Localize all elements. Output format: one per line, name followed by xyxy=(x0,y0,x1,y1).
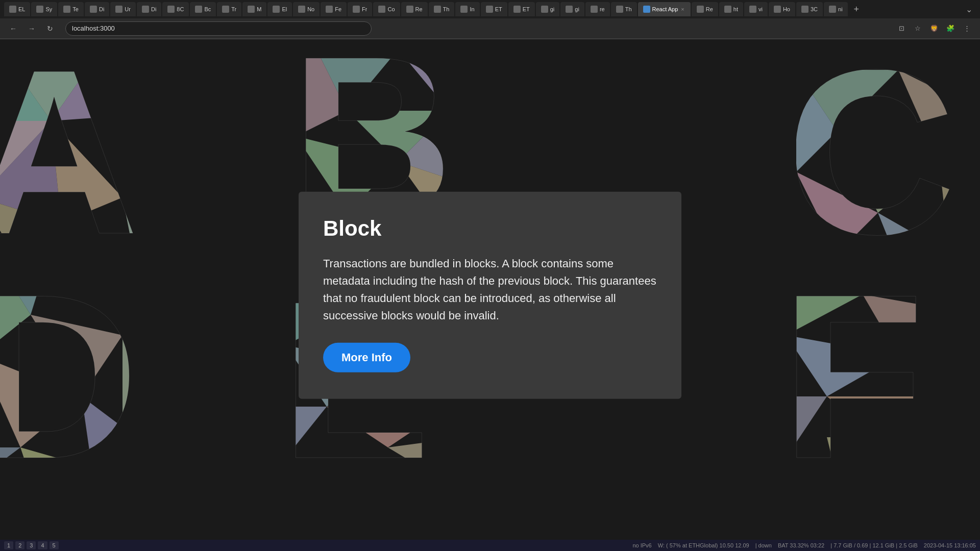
cast-icon[interactable]: ⊡ xyxy=(894,21,909,36)
extensions-icon[interactable]: 🧩 xyxy=(943,21,958,36)
tab-gi2[interactable]: gi xyxy=(560,2,584,16)
tab-label: Di xyxy=(151,6,156,12)
svg-marker-47 xyxy=(158,264,194,386)
tab-favicon xyxy=(697,6,704,13)
tab-favicon xyxy=(248,6,255,13)
svg-marker-53 xyxy=(163,325,194,427)
tab-di[interactable]: Di xyxy=(85,2,109,16)
tab-label: re xyxy=(600,6,605,12)
tab-favicon xyxy=(513,6,521,13)
tab-favicon xyxy=(774,6,781,13)
tab-et2[interactable]: ET xyxy=(508,2,535,16)
tab-bar: EL Sy Te Di Ur Di 8C Bc xyxy=(0,0,980,18)
tab-favicon xyxy=(115,6,122,13)
tab-label: React App xyxy=(652,6,678,12)
browser-chrome: EL Sy Te Di Ur Di 8C Bc xyxy=(0,0,980,39)
tab-favicon xyxy=(326,6,333,13)
tab-favicon xyxy=(378,6,385,13)
tab-favicon xyxy=(749,6,756,13)
tab-label: Th xyxy=(625,6,632,12)
tab-vi[interactable]: vi xyxy=(744,2,768,16)
tab-th2[interactable]: Th xyxy=(611,2,637,16)
tab-tr[interactable]: Tr xyxy=(217,2,241,16)
more-info-button[interactable]: More Info xyxy=(323,343,410,372)
tab-no[interactable]: No xyxy=(293,2,320,16)
info-card: Block Transactions are bundled in blocks… xyxy=(299,192,681,399)
workspace-3[interactable]: 3 xyxy=(27,541,36,549)
back-button[interactable]: ← xyxy=(6,21,20,36)
workspace-4[interactable]: 4 xyxy=(38,541,47,549)
tab-label: ni xyxy=(838,6,843,12)
workspace-2[interactable]: 2 xyxy=(15,541,24,549)
tab-8c[interactable]: 8C xyxy=(162,2,189,16)
tab-re3[interactable]: Re xyxy=(692,2,718,16)
tab-list-button[interactable]: ⌄ xyxy=(962,2,976,16)
tab-label: Re xyxy=(415,6,423,12)
forward-button[interactable]: → xyxy=(24,21,39,36)
close-icon[interactable]: × xyxy=(680,6,685,12)
tab-te[interactable]: Te xyxy=(58,2,84,16)
tab-m[interactable]: M xyxy=(242,2,266,16)
tab-favicon xyxy=(406,6,413,13)
tab-label: Bc xyxy=(204,6,211,12)
network-down: | down xyxy=(755,542,772,548)
tab-favicon xyxy=(643,6,650,13)
tab-3c[interactable]: 3C xyxy=(796,2,823,16)
tab-favicon xyxy=(591,6,598,13)
tab-favicon xyxy=(222,6,229,13)
tab-favicon xyxy=(9,6,16,13)
tab-et[interactable]: ET xyxy=(481,2,507,16)
main-content: A A xyxy=(0,39,980,551)
tab-label: Fe xyxy=(335,6,341,12)
tab-label: Re xyxy=(706,6,713,12)
tab-favicon xyxy=(541,6,548,13)
tab-favicon xyxy=(829,6,836,13)
tab-ho[interactable]: Ho xyxy=(769,2,795,16)
wifi-status: W: ( 57% at ETHGlobal) 10.50 12.09 xyxy=(658,542,749,548)
reload-button[interactable]: ↻ xyxy=(43,21,57,36)
nav-icons: ⊡ ☆ 🦁 🧩 ⋮ xyxy=(894,21,974,36)
tab-favicon xyxy=(298,6,305,13)
tab-label: No xyxy=(307,6,314,12)
tab-favicon xyxy=(36,6,43,13)
tab-re2[interactable]: re xyxy=(585,2,610,16)
menu-icon[interactable]: ⋮ xyxy=(960,21,974,36)
tab-fr[interactable]: Fr xyxy=(348,2,372,16)
tab-label: Tr xyxy=(231,6,236,12)
tab-fe[interactable]: Fe xyxy=(321,2,347,16)
tab-label: Te xyxy=(72,6,79,12)
bookmark-icon[interactable]: ☆ xyxy=(911,21,925,36)
workspace-1[interactable]: 1 xyxy=(4,541,13,549)
battery-status: BAT 33.32% 03:22 xyxy=(778,542,824,548)
tab-bc[interactable]: Bc xyxy=(190,2,216,16)
tab-react-app[interactable]: React App × xyxy=(638,2,691,16)
tab-label: gi xyxy=(550,6,555,12)
workspace-numbers: 1 2 3 4 5 xyxy=(4,541,59,549)
tab-label: ht xyxy=(733,6,738,12)
tab-favicon xyxy=(195,6,202,13)
brave-shield-icon[interactable]: 🦁 xyxy=(927,21,941,36)
tab-th[interactable]: Th xyxy=(429,2,455,16)
tab-ur[interactable]: Ur xyxy=(110,2,136,16)
tab-label: ET xyxy=(495,6,502,12)
tab-label: ET xyxy=(523,6,530,12)
status-info: no IPv6 W: ( 57% at ETHGlobal) 10.50 12.… xyxy=(632,542,976,548)
tab-re[interactable]: Re xyxy=(401,2,428,16)
tab-di2[interactable]: Di xyxy=(137,2,161,16)
tab-in[interactable]: In xyxy=(455,2,479,16)
address-bar[interactable] xyxy=(65,21,372,36)
tab-ni[interactable]: ni xyxy=(824,2,848,16)
svg-marker-25 xyxy=(475,39,500,111)
tab-el[interactable]: EL xyxy=(4,2,30,16)
tab-ht[interactable]: ht xyxy=(719,2,743,16)
tab-sy[interactable]: Sy xyxy=(31,2,57,16)
svg-marker-19 xyxy=(449,39,500,111)
card-body: Transactions are bundled in blocks. A bl… xyxy=(323,255,657,324)
tab-el2[interactable]: El xyxy=(267,2,292,16)
tab-gi[interactable]: gi xyxy=(536,2,560,16)
workspace-5[interactable]: 5 xyxy=(50,541,59,549)
new-tab-button[interactable]: + xyxy=(849,2,865,16)
tab-co[interactable]: Co xyxy=(373,2,400,16)
plus-icon: + xyxy=(854,4,860,15)
tab-favicon xyxy=(724,6,731,13)
